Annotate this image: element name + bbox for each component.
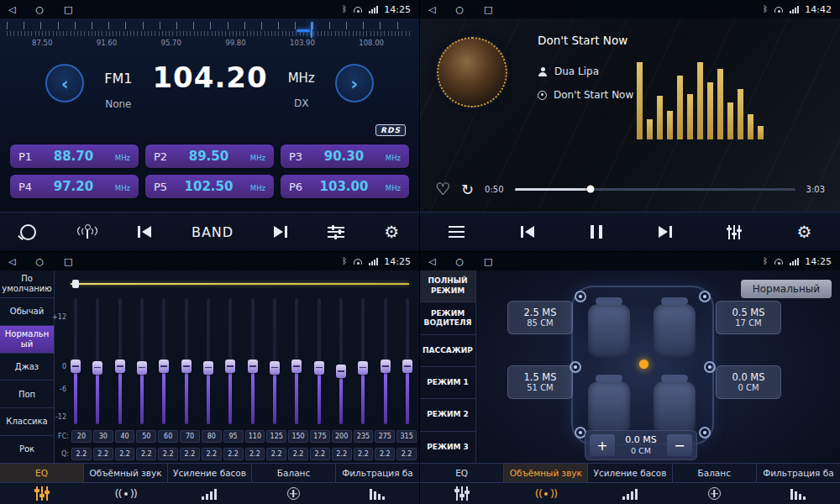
slider-knob[interactable]: [381, 360, 391, 373]
increase-button[interactable]: +: [590, 434, 615, 456]
tab-item[interactable]: Усиление басов: [168, 464, 252, 482]
slider-knob[interactable]: [137, 361, 147, 375]
settings-gear-icon[interactable]: ⚙: [796, 223, 811, 240]
slider-knob[interactable]: [203, 361, 213, 375]
listening-mode-item[interactable]: РЕЖИМ 2: [420, 399, 475, 431]
eq-band-slider[interactable]: [203, 298, 213, 424]
delay-card[interactable]: 0.5 MS 17 CM: [716, 301, 781, 334]
listening-mode-item[interactable]: ПОЛНЫЙ РЕЖИМ: [420, 270, 475, 302]
preset-button[interactable]: P6 103.00 MHz: [281, 175, 409, 198]
next-track-icon[interactable]: [659, 226, 672, 238]
slider-knob[interactable]: [159, 360, 169, 373]
listening-mode-item[interactable]: ПАССАЖИР: [420, 335, 475, 367]
delay-card[interactable]: 2.5 MS 85 CM: [507, 301, 573, 334]
listening-mode-item[interactable]: РЕЖИМ 3: [420, 432, 475, 464]
home-button[interactable]: ○: [35, 4, 44, 15]
seek-up-button[interactable]: ›: [335, 64, 374, 102]
settings-gear-icon[interactable]: ⚙: [384, 223, 399, 240]
tab-item[interactable]: Усиление басов: [588, 464, 672, 482]
eq-preset-item[interactable]: Поп: [0, 381, 54, 408]
equalizer-icon[interactable]: [728, 225, 740, 239]
slider-knob[interactable]: [358, 361, 368, 375]
eq-band-slider[interactable]: [159, 298, 169, 424]
eq-preset-item[interactable]: Рок: [0, 436, 54, 464]
slider-knob[interactable]: [336, 365, 346, 378]
preset-button[interactable]: P2 89.50 MHz: [145, 144, 274, 168]
slider-knob[interactable]: [270, 361, 280, 375]
filter-icon[interactable]: [370, 488, 385, 500]
tab-item[interactable]: Фильтрация ба: [757, 464, 840, 482]
eq-band-slider[interactable]: [137, 298, 147, 424]
search-icon[interactable]: [20, 224, 36, 240]
eq-band-slider[interactable]: [381, 298, 391, 424]
recents-button[interactable]: □: [484, 4, 492, 15]
home-button[interactable]: ○: [455, 4, 464, 15]
bass-boost-icon[interactable]: [622, 488, 638, 500]
album-art[interactable]: [437, 37, 507, 108]
eq-band-slider[interactable]: [92, 298, 102, 424]
listening-mode-item[interactable]: РЕЖИМ ВОДИТЕЛЯ: [420, 302, 475, 334]
back-button[interactable]: ◁: [8, 4, 15, 15]
tab-item[interactable]: Объёмный звук: [504, 464, 588, 482]
bass-boost-icon[interactable]: [202, 488, 217, 500]
slider-knob[interactable]: [291, 360, 302, 373]
eq-preset-item[interactable]: Джаз: [0, 354, 54, 381]
tab-item[interactable]: Объёмный звук: [84, 464, 168, 482]
tab-item[interactable]: Баланс: [252, 464, 336, 482]
master-level-knob[interactable]: [72, 280, 79, 288]
decrease-button[interactable]: −: [667, 434, 692, 456]
playlist-icon[interactable]: [449, 226, 465, 238]
favorite-heart-icon[interactable]: ♡: [435, 179, 450, 199]
tab-item[interactable]: Баланс: [673, 464, 757, 482]
eq-band-slider[interactable]: [115, 298, 125, 424]
eq-sliders-icon[interactable]: [36, 486, 48, 501]
eq-band-slider[interactable]: [248, 298, 258, 424]
eq-band-slider[interactable]: [225, 298, 235, 424]
pause-icon[interactable]: [591, 225, 602, 239]
eq-band-slider[interactable]: [314, 298, 324, 424]
home-button[interactable]: ○: [35, 256, 44, 267]
balance-icon[interactable]: [287, 487, 300, 500]
tab-item[interactable]: EQ: [0, 464, 84, 482]
preset-button[interactable]: P5 102.50 MHz: [145, 175, 274, 198]
listening-mode-item[interactable]: РЕЖИМ 1: [420, 367, 475, 399]
back-button[interactable]: ◁: [8, 256, 15, 267]
slider-knob[interactable]: [92, 361, 102, 375]
eq-preset-item[interactable]: По умолчанию: [0, 270, 54, 298]
eq-band-slider[interactable]: [181, 298, 192, 424]
prev-station-icon[interactable]: [138, 226, 151, 238]
master-level-slider[interactable]: [71, 281, 409, 287]
balance-icon[interactable]: [708, 487, 721, 500]
seek-down-button[interactable]: ‹: [45, 64, 84, 102]
recents-button[interactable]: □: [64, 4, 72, 15]
back-button[interactable]: ◁: [428, 4, 435, 15]
eq-band-slider[interactable]: [336, 298, 346, 424]
eq-band-slider[interactable]: [358, 298, 368, 424]
slider-knob[interactable]: [314, 361, 324, 375]
recents-button[interactable]: □: [64, 256, 72, 267]
filter-icon[interactable]: [790, 488, 806, 500]
slider-knob[interactable]: [248, 360, 258, 373]
listener-position-dot[interactable]: [639, 360, 648, 369]
band-button[interactable]: BAND: [192, 224, 234, 240]
tuner-marker[interactable]: [311, 22, 312, 38]
slider-knob[interactable]: [115, 360, 125, 373]
mixer-icon[interactable]: [328, 227, 344, 238]
delay-card[interactable]: 0.0 MS 0 CM: [716, 365, 781, 399]
prev-track-icon[interactable]: [521, 226, 534, 238]
eq-sliders-icon[interactable]: [456, 486, 468, 501]
eq-band-slider[interactable]: [270, 298, 280, 424]
preset-button[interactable]: P4 97.20 MHz: [10, 175, 139, 198]
broadcast-icon[interactable]: [76, 224, 98, 239]
slider-knob[interactable]: [402, 360, 412, 373]
recents-button[interactable]: □: [484, 256, 492, 267]
preset-button[interactable]: P1 88.70 MHz: [10, 144, 139, 168]
frequency-ruler[interactable]: 87.5091.6095.7099.80103.90108.00: [7, 22, 412, 54]
back-button[interactable]: ◁: [428, 256, 435, 267]
eq-preset-item[interactable]: Классика: [0, 408, 54, 436]
eq-preset-item[interactable]: Нормальный: [0, 326, 54, 354]
profile-button[interactable]: Нормальный: [741, 280, 832, 298]
eq-band-slider[interactable]: [402, 298, 412, 424]
tab-item[interactable]: EQ: [420, 464, 504, 482]
home-button[interactable]: ○: [455, 256, 464, 267]
